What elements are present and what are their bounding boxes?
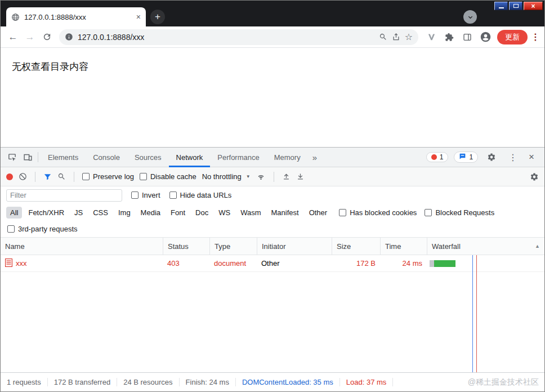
profile-avatar[interactable] bbox=[477, 29, 494, 45]
disable-cache-checkbox-group[interactable]: Disable cache bbox=[140, 172, 196, 181]
load-event-marker-line bbox=[476, 255, 477, 372]
disable-cache-label: Disable cache bbox=[150, 172, 196, 181]
has-blocked-cookies-checkbox-group[interactable]: Has blocked cookies bbox=[339, 208, 417, 217]
devtools-tab-elements[interactable]: Elements bbox=[41, 148, 86, 167]
request-initiator[interactable]: Other bbox=[257, 259, 332, 268]
preserve-log-checkbox[interactable] bbox=[82, 173, 90, 180]
maximize-icon bbox=[513, 4, 519, 8]
scrollbar-up-arrow-icon[interactable]: ▲ bbox=[535, 243, 540, 249]
minimize-button[interactable] bbox=[494, 2, 508, 10]
invert-checkbox-group[interactable]: Invert bbox=[131, 191, 160, 199]
devtools-menu-kebab-icon[interactable]: ⋮ bbox=[505, 149, 521, 165]
issues-count-badge[interactable]: 1 bbox=[454, 152, 478, 163]
extension-v-icon[interactable] bbox=[423, 29, 440, 45]
device-toolbar-icon[interactable] bbox=[20, 149, 35, 165]
devtools-tab-sources[interactable]: Sources bbox=[127, 148, 169, 167]
extensions-puzzle-icon[interactable] bbox=[441, 29, 458, 45]
filter-input[interactable] bbox=[6, 189, 122, 202]
tab-search-chevron-icon[interactable] bbox=[463, 10, 477, 24]
hide-data-urls-checkbox[interactable] bbox=[169, 191, 177, 199]
devtools-close-icon[interactable]: × bbox=[526, 152, 537, 163]
inspect-element-icon[interactable] bbox=[4, 149, 20, 165]
third-party-checkbox-group[interactable]: 3rd-party requests bbox=[7, 225, 78, 233]
close-window-button[interactable]: × bbox=[524, 2, 543, 10]
table-row[interactable]: xxx 403 document Other 172 B 24 ms bbox=[1, 255, 544, 272]
type-filter-css[interactable]: CSS bbox=[89, 207, 112, 219]
type-filter-ws[interactable]: WS bbox=[215, 207, 234, 219]
has-blocked-cookies-checkbox[interactable] bbox=[339, 209, 346, 216]
new-tab-button[interactable]: + bbox=[150, 10, 165, 24]
third-party-checkbox[interactable] bbox=[7, 225, 15, 233]
url-text: 127.0.0.1:8888/xxx bbox=[78, 33, 374, 42]
network-table-header: Name Status Type Initiator Size Time Wat… bbox=[1, 238, 544, 255]
blocked-requests-checkbox-group[interactable]: Blocked Requests bbox=[425, 208, 494, 217]
column-header-time[interactable]: Time bbox=[380, 238, 427, 255]
third-party-label: 3rd-party requests bbox=[18, 225, 78, 233]
bookmark-star-icon[interactable]: ☆ bbox=[405, 32, 413, 42]
devtools-tab-console[interactable]: Console bbox=[86, 148, 127, 167]
tab-close-icon[interactable]: × bbox=[136, 13, 141, 21]
minimize-icon bbox=[499, 7, 504, 8]
devtools-tab-network[interactable]: Network bbox=[169, 148, 211, 167]
filter-funnel-icon[interactable] bbox=[43, 172, 52, 181]
type-filter-img[interactable]: Img bbox=[114, 207, 135, 219]
invert-checkbox[interactable] bbox=[131, 191, 139, 199]
request-name-cell[interactable]: xxx bbox=[1, 259, 163, 269]
share-icon[interactable] bbox=[392, 33, 400, 41]
forward-button[interactable]: → bbox=[22, 29, 38, 45]
devtools-tab-memory[interactable]: Memory bbox=[267, 148, 308, 167]
error-dot-icon bbox=[431, 154, 437, 160]
hide-data-urls-checkbox-group[interactable]: Hide data URLs bbox=[169, 191, 232, 199]
type-filter-media[interactable]: Media bbox=[137, 207, 164, 219]
column-header-name[interactable]: Name bbox=[1, 238, 163, 255]
throttling-value: No throttling bbox=[202, 172, 242, 181]
issues-icon bbox=[459, 153, 466, 162]
type-filter-font[interactable]: Font bbox=[167, 207, 189, 219]
export-har-icon[interactable] bbox=[296, 172, 305, 181]
back-button[interactable]: ← bbox=[5, 29, 21, 45]
preserve-log-checkbox-group[interactable]: Preserve log bbox=[82, 172, 134, 181]
disable-cache-checkbox[interactable] bbox=[140, 173, 147, 180]
column-header-type[interactable]: Type bbox=[209, 238, 257, 255]
column-header-size[interactable]: Size bbox=[332, 238, 380, 255]
more-tabs-chevron[interactable]: » bbox=[308, 153, 321, 162]
finish-time: Finish: 24 ms bbox=[180, 378, 236, 386]
search-network-icon[interactable] bbox=[57, 172, 66, 181]
column-header-waterfall[interactable]: Waterfall ▲ bbox=[427, 238, 544, 255]
dropdown-chevron-icon: ▼ bbox=[246, 174, 251, 179]
divider bbox=[35, 172, 35, 182]
type-filter-all[interactable]: All bbox=[6, 207, 22, 219]
error-count-badge[interactable]: 1 bbox=[426, 152, 449, 162]
address-bar[interactable]: 127.0.0.1:8888/xxx ☆ bbox=[59, 29, 418, 45]
network-conditions-icon[interactable] bbox=[256, 172, 266, 181]
waterfall-header-label: Waterfall bbox=[432, 242, 461, 251]
page-info-icon[interactable] bbox=[65, 33, 73, 41]
reload-button[interactable] bbox=[39, 29, 55, 45]
chrome-update-button[interactable]: 更新 bbox=[497, 30, 528, 44]
side-panel-icon[interactable] bbox=[459, 29, 476, 45]
browser-menu-kebab-icon[interactable]: ⋮ bbox=[531, 32, 540, 42]
type-filter-fetch-xhr[interactable]: Fetch/XHR bbox=[24, 207, 68, 219]
column-header-status[interactable]: Status bbox=[163, 238, 209, 255]
type-filter-other[interactable]: Other bbox=[305, 207, 332, 219]
request-type-filter-row: All Fetch/XHR JS CSS Img Media Font Doc … bbox=[1, 204, 544, 221]
clear-network-log-icon[interactable] bbox=[19, 172, 27, 181]
devtools-tabbar: Elements Console Sources Network Perform… bbox=[1, 148, 544, 167]
import-har-icon[interactable] bbox=[282, 172, 291, 181]
load-time: Load: 37 ms bbox=[340, 378, 394, 386]
column-header-initiator[interactable]: Initiator bbox=[257, 238, 332, 255]
hide-data-urls-label: Hide data URLs bbox=[180, 191, 232, 199]
blocked-requests-checkbox[interactable] bbox=[425, 209, 432, 216]
type-filter-doc[interactable]: Doc bbox=[191, 207, 212, 219]
zoom-icon[interactable] bbox=[379, 33, 387, 41]
type-filter-js[interactable]: JS bbox=[70, 207, 87, 219]
type-filter-manifest[interactable]: Manifest bbox=[267, 207, 302, 219]
maximize-button[interactable] bbox=[509, 2, 522, 10]
network-settings-gear-icon[interactable] bbox=[530, 172, 539, 181]
throttling-dropdown[interactable]: No throttling ▼ bbox=[202, 172, 251, 181]
browser-tab[interactable]: 127.0.0.1:8888/xxx × bbox=[6, 7, 146, 26]
record-network-log-icon[interactable] bbox=[6, 173, 13, 180]
type-filter-wasm[interactable]: Wasm bbox=[236, 207, 265, 219]
devtools-settings-gear-icon[interactable] bbox=[484, 149, 499, 165]
devtools-tab-performance[interactable]: Performance bbox=[210, 148, 266, 167]
